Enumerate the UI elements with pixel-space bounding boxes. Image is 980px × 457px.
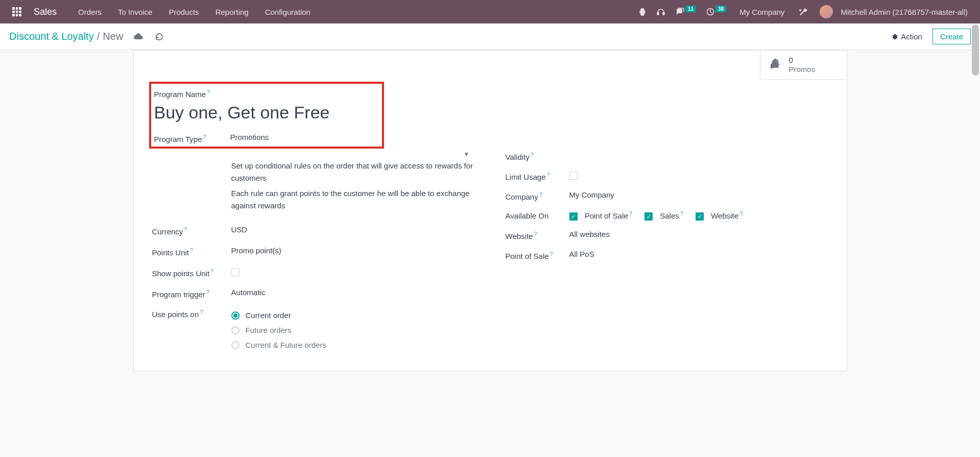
nav-products[interactable]: Products (160, 8, 207, 16)
main-area: 0 Promos Program Name? Buy one, Get one … (0, 50, 980, 454)
program-type-select-caret[interactable]: ▼ (231, 151, 475, 158)
currency-label: Currency? (152, 225, 231, 236)
limit-usage-label: Limit Usage? (506, 171, 569, 181)
gear-icon (891, 33, 898, 40)
validity-label: Validity? (506, 151, 569, 161)
breadcrumb: Discount & Loyalty / New (9, 31, 164, 42)
messages-icon[interactable]: 11 (670, 8, 701, 16)
support-icon[interactable] (652, 8, 670, 16)
available-on-label: Available On (506, 210, 569, 220)
program-type-label: Program Type? (154, 133, 230, 143)
trigger-label: Program trigger? (152, 288, 231, 299)
company-switcher[interactable]: My Company (731, 8, 793, 16)
discard-icon[interactable] (155, 32, 164, 41)
trigger-select[interactable]: Automatic (231, 288, 475, 297)
form-sheet: 0 Promos Program Name? Buy one, Get one … (133, 50, 847, 371)
action-dropdown[interactable]: Action (887, 30, 926, 43)
promos-label: Promos (789, 65, 816, 74)
nav-to-invoice[interactable]: To Invoice (110, 8, 161, 16)
breadcrumb-current: New (103, 31, 123, 42)
points-unit-input[interactable]: Promo point(s) (231, 246, 475, 255)
activities-icon[interactable]: 38 (701, 8, 731, 16)
limit-usage-checkbox[interactable] (569, 172, 578, 180)
app-brand[interactable]: Sales (34, 7, 57, 17)
company-label: Company? (506, 190, 569, 201)
program-type-select[interactable]: Promotions (230, 133, 379, 141)
breadcrumb-root[interactable]: Discount & Loyalty (9, 31, 94, 42)
promos-stat-button[interactable]: 0 Promos (760, 51, 847, 80)
available-website-checkbox[interactable]: ✓ (696, 212, 704, 221)
program-type-help: Set up conditional rules on the order th… (231, 160, 475, 212)
promos-count: 0 (789, 56, 816, 65)
show-points-checkbox[interactable] (231, 268, 240, 276)
svg-rect-0 (657, 12, 659, 15)
program-name-input[interactable]: Buy one, Get one Free (151, 99, 382, 130)
messages-badge: 11 (685, 6, 696, 12)
create-button[interactable]: Create (933, 29, 971, 44)
nav-orders[interactable]: Orders (70, 8, 110, 16)
activities-badge: 38 (715, 6, 726, 12)
main-navbar: Sales Orders To Invoice Products Reporti… (0, 0, 980, 23)
available-pos-checkbox[interactable]: ✓ (569, 212, 578, 221)
user-name-label: Mitchell Admin (21768757-master-all) (841, 8, 968, 16)
currency-select[interactable]: USD (231, 225, 475, 234)
pos-select[interactable]: All PoS (569, 250, 828, 258)
use-points-radio-current[interactable]: Current order (231, 308, 475, 323)
apps-menu-icon[interactable] (7, 7, 27, 16)
use-points-label: Use points on? (152, 308, 231, 319)
website-label: Website? (506, 230, 569, 240)
control-panel: Discount & Loyalty / New Action Create (0, 23, 980, 50)
use-points-radio-both[interactable]: Current & Future orders (231, 338, 475, 352)
tools-icon[interactable] (793, 7, 812, 16)
available-sales-checkbox[interactable]: ✓ (644, 212, 653, 221)
show-points-label: Show points Unit? (152, 267, 231, 278)
save-cloud-icon[interactable] (133, 33, 144, 41)
chevron-down-icon: ▼ (464, 151, 470, 158)
nav-configuration[interactable]: Configuration (257, 8, 319, 16)
program-name-label: Program Name? (151, 89, 382, 99)
scrollbar[interactable] (972, 25, 979, 76)
avatar (820, 5, 833, 18)
points-unit-label: Points Unit? (152, 246, 231, 257)
highlight-annotation: Program Name? Buy one, Get one Free Prog… (149, 82, 384, 149)
tag-icon (770, 59, 782, 71)
nav-reporting[interactable]: Reporting (207, 8, 257, 16)
svg-rect-1 (663, 12, 664, 15)
use-points-radio-future[interactable]: Future orders (231, 323, 475, 338)
website-select[interactable]: All websites (569, 230, 828, 238)
user-menu[interactable]: Mitchell Admin (21768757-master-all) (812, 5, 973, 18)
company-select[interactable]: My Company (569, 190, 828, 199)
debug-icon[interactable] (633, 8, 652, 16)
pos-label: Point of Sale? (506, 250, 569, 260)
